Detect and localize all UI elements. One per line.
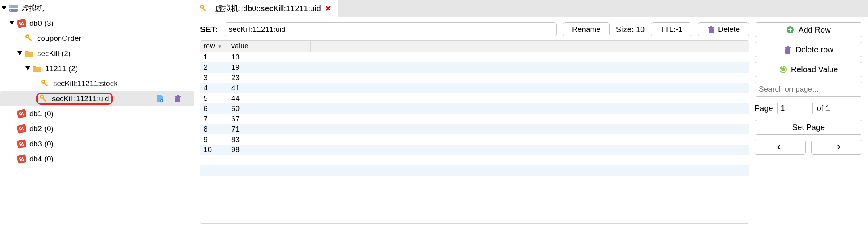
table-row[interactable]: 1098 — [200, 145, 749, 155]
chevron-down-icon[interactable] — [10, 21, 14, 26]
column-header-value[interactable]: value — [231, 42, 248, 50]
database-icon — [17, 19, 26, 28]
cell-value: 98 — [227, 146, 749, 154]
table-row[interactable]: 871 — [200, 124, 749, 134]
cell-row: 7 — [200, 115, 227, 123]
tree-item-label: secKill — [37, 49, 59, 58]
tree-db-count: (0) — [44, 109, 54, 118]
key-icon — [40, 79, 50, 88]
cell-value: 50 — [227, 104, 749, 113]
tree-folder-seckill[interactable]: secKill (2) — [0, 46, 194, 61]
values-table: row ▼ value 1132193234415446507678719831… — [200, 40, 749, 224]
file-key-icon[interactable] — [156, 94, 165, 103]
table-row[interactable]: 650 — [200, 103, 749, 114]
tree-key-couponorder[interactable]: couponOrder — [0, 31, 194, 46]
reload-value-button[interactable]: Reload Value — [755, 62, 862, 77]
prev-page-button[interactable] — [755, 140, 806, 155]
tree-folder-11211[interactable]: 11211 (2) — [0, 61, 194, 76]
database-icon — [17, 154, 26, 164]
next-page-button[interactable] — [811, 140, 862, 155]
close-icon[interactable]: ✕ — [325, 4, 332, 13]
tree-db1[interactable]: db1 (0) — [0, 106, 194, 121]
key-icon — [25, 34, 34, 43]
table-row[interactable]: 544 — [200, 93, 749, 103]
tab-bar: 虚拟机::db0::secKill:11211:uid ✕ — [194, 0, 868, 17]
cell-row: 2 — [200, 63, 227, 72]
cell-row: 10 — [200, 146, 227, 154]
key-icon — [39, 94, 49, 103]
delete-row-button[interactable]: Delete row — [755, 42, 862, 57]
key-type-label: SET: — [200, 25, 218, 34]
column-header-row[interactable]: row — [204, 42, 215, 50]
tree-db-count: (3) — [44, 19, 54, 28]
page-input[interactable] — [777, 102, 813, 115]
ttl-button[interactable]: TTL:-1 — [651, 22, 691, 36]
tree-db-count: (0) — [44, 155, 54, 163]
search-input[interactable] — [755, 82, 862, 97]
page-of-label: of 1 — [817, 104, 830, 113]
tree-item-count: (2) — [61, 49, 71, 58]
tree-key-stock[interactable]: secKill:11211:stock — [0, 76, 194, 91]
server-icon — [9, 4, 18, 13]
table-row-empty — [200, 165, 749, 176]
tree-item-label: secKill:11211:uid — [52, 94, 109, 103]
tree-db-count: (0) — [44, 124, 54, 133]
cell-row: 3 — [200, 73, 227, 82]
tree-item-count: (2) — [69, 64, 78, 73]
trash-icon — [784, 46, 791, 54]
cell-value: 71 — [227, 125, 749, 134]
tree-item-label: couponOrder — [37, 34, 81, 43]
key-name-input[interactable] — [225, 22, 557, 36]
reload-icon — [779, 65, 787, 73]
tree-db4[interactable]: db4 (0) — [0, 151, 194, 167]
table-row[interactable]: 323 — [200, 73, 749, 83]
trash-icon[interactable] — [173, 94, 182, 103]
tree-db-label: db2 — [29, 124, 42, 133]
cell-value: 19 — [227, 63, 749, 72]
database-icon — [17, 109, 26, 119]
folder-icon — [25, 49, 34, 58]
tab-key[interactable]: 虚拟机::db0::secKill:11211:uid ✕ — [194, 0, 338, 17]
action-panel: Add Row Delete row Reload Value Page of … — [755, 22, 862, 224]
table-row[interactable]: 441 — [200, 83, 749, 93]
tree-db-label: db1 — [29, 109, 42, 118]
add-row-button[interactable]: Add Row — [755, 22, 862, 37]
tree-server-label: 虚拟机 — [21, 3, 44, 13]
table-row[interactable]: 983 — [200, 134, 749, 145]
cell-row: 9 — [200, 135, 227, 144]
tree-db-label: db3 — [29, 140, 42, 148]
tree-db-count: (0) — [44, 140, 54, 148]
table-header: row ▼ value — [200, 41, 749, 52]
cell-row: 5 — [200, 94, 227, 103]
cell-row: 8 — [200, 125, 227, 134]
folder-icon — [33, 64, 42, 73]
page-label: Page — [755, 104, 773, 113]
table-row-empty — [200, 155, 749, 165]
sort-desc-icon[interactable]: ▼ — [217, 44, 222, 49]
delete-key-button[interactable]: Delete — [698, 22, 749, 36]
cell-row: 6 — [200, 104, 227, 113]
chevron-down-icon[interactable] — [2, 6, 6, 11]
table-row[interactable]: 219 — [200, 62, 749, 73]
tree-db3[interactable]: db3 (0) — [0, 136, 194, 151]
arrow-left-icon — [776, 143, 785, 151]
cell-value: 44 — [227, 94, 749, 103]
cell-row: 1 — [200, 53, 227, 61]
cell-value: 13 — [227, 53, 749, 61]
database-icon — [17, 124, 26, 134]
tree-db2[interactable]: db2 (0) — [0, 121, 194, 136]
rename-button[interactable]: Rename — [563, 22, 610, 36]
chevron-down-icon[interactable] — [25, 66, 30, 71]
set-page-button[interactable]: Set Page — [755, 120, 862, 135]
database-icon — [17, 139, 26, 149]
tree-key-uid[interactable]: secKill:11211:uid — [0, 91, 194, 106]
table-row[interactable]: 113 — [200, 52, 749, 62]
plus-icon — [786, 26, 794, 34]
tree-server[interactable]: 虚拟机 — [0, 1, 194, 16]
cell-value: 83 — [227, 135, 749, 144]
chevron-down-icon[interactable] — [17, 51, 22, 56]
table-row-empty — [200, 176, 749, 186]
tree-db0[interactable]: db0 (3) — [0, 16, 194, 31]
table-row[interactable]: 767 — [200, 114, 749, 124]
key-icon — [199, 4, 208, 13]
